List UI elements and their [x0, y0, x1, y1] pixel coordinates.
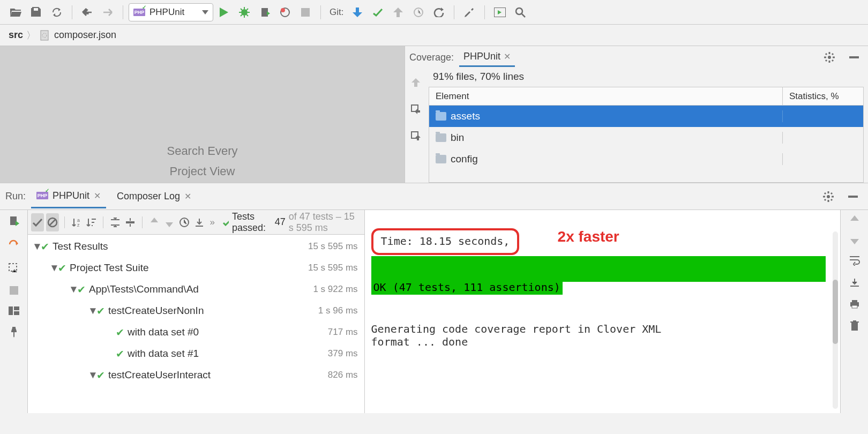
git-history-icon[interactable]	[409, 3, 428, 22]
import-tests-icon[interactable]	[193, 213, 206, 231]
breadcrumb-root[interactable]: src	[9, 29, 23, 41]
git-push-icon[interactable]	[388, 3, 408, 22]
results-tree[interactable]: ▼✔Test Results15 s 595 ms ▼✔Project Test…	[28, 235, 364, 413]
back-icon[interactable]	[78, 3, 97, 22]
tree-row[interactable]: ✔with data set #0717 ms	[28, 321, 364, 343]
svg-rect-16	[9, 264, 17, 271]
sort-duration-icon[interactable]	[85, 213, 98, 231]
ok-line: OK (47 tests, 111 assertions)	[371, 280, 563, 295]
coverage-row[interactable]: config	[429, 148, 863, 170]
pin-icon[interactable]	[9, 327, 19, 338]
clear-icon[interactable]	[850, 320, 859, 331]
tree-row[interactable]: ▼✔Test Results15 s 595 ms	[28, 236, 364, 257]
minimize-icon[interactable]	[844, 48, 864, 67]
git-commit-icon[interactable]	[368, 3, 387, 22]
coverage-table-header: Element Statistics, %	[429, 87, 863, 106]
forward-icon[interactable]	[98, 3, 117, 22]
svg-text:z: z	[77, 222, 80, 228]
console-right-gutter	[840, 210, 868, 413]
tree-row[interactable]: ▼✔Project Test Suite15 s 595 ms	[28, 257, 364, 279]
autoscroll-icon[interactable]	[406, 126, 425, 146]
chevron-down-icon[interactable]: ▼	[32, 241, 41, 252]
scroll-up-icon[interactable]	[850, 215, 859, 224]
coverage-gutter	[405, 69, 426, 183]
test-history-icon[interactable]	[178, 213, 191, 231]
scrollbar[interactable]	[833, 231, 838, 409]
coverage-tab[interactable]: PHPUnit ✕	[459, 48, 515, 67]
open-icon[interactable]	[6, 3, 26, 22]
svg-point-7	[516, 8, 522, 14]
debug-icon[interactable]	[235, 3, 254, 22]
collapse-all-icon[interactable]	[124, 213, 137, 231]
row-name: assets	[451, 110, 480, 122]
coverage-icon[interactable]	[255, 3, 274, 22]
close-icon[interactable]: ✕	[184, 191, 191, 201]
chevron-down-icon[interactable]: ▼	[88, 305, 96, 317]
run-config-label: PHPUnit	[149, 7, 184, 18]
run-label: Run:	[5, 191, 26, 202]
coverage-row[interactable]: bin	[429, 127, 863, 148]
scrollbar-thumb[interactable]	[833, 280, 838, 344]
save-all-icon[interactable]	[27, 3, 46, 22]
run-tab-label: PHPUnit	[53, 190, 89, 201]
refresh-icon[interactable]	[47, 3, 66, 22]
gear-icon[interactable]	[820, 48, 839, 67]
run-tab-phpunit[interactable]: PHP PHPUnit ✕	[31, 185, 106, 208]
run-tab-composer[interactable]: Composer Log ✕	[111, 185, 197, 207]
coverage-content: 91% files, 70% lines Element Statistics,…	[426, 69, 868, 183]
git-pull-icon[interactable]	[348, 3, 367, 22]
chevron-down-icon[interactable]: ▼	[69, 283, 77, 295]
prev-failed-icon[interactable]	[148, 213, 161, 231]
coverage-panel: Coverage: PHPUnit ✕ 91% files, 70% lines…	[405, 46, 868, 183]
soft-wrap-icon[interactable]	[849, 256, 860, 266]
tree-row[interactable]: ▼✔testCreateUserNonIn1 s 96 ms	[28, 300, 364, 321]
minimize-icon[interactable]	[843, 187, 863, 206]
close-icon[interactable]: ✕	[94, 191, 101, 201]
close-icon[interactable]: ✕	[504, 51, 511, 62]
layout-icon[interactable]	[9, 306, 19, 315]
rerun-failed-icon[interactable]	[8, 239, 20, 251]
more-icon[interactable]: »	[207, 217, 216, 228]
chevron-down-icon[interactable]: ▼	[49, 262, 58, 274]
col-statistics[interactable]: Statistics, %	[783, 87, 863, 105]
svg-rect-19	[14, 306, 19, 310]
col-element[interactable]: Element	[429, 87, 783, 105]
run-anything-icon[interactable]	[490, 3, 510, 22]
show-passed-icon[interactable]	[31, 213, 44, 231]
settings-icon[interactable]	[460, 3, 479, 22]
flatten-icon[interactable]	[406, 100, 425, 119]
tree-row[interactable]: ✔with data set #1379 ms	[28, 343, 364, 364]
print-icon[interactable]	[849, 299, 860, 309]
run-configuration-dropdown[interactable]: PHP PHPUnit	[129, 3, 213, 21]
folder-icon	[436, 155, 446, 163]
stop-icon[interactable]	[296, 3, 315, 22]
search-icon[interactable]	[511, 3, 530, 22]
expand-all-icon[interactable]	[109, 213, 122, 231]
tree-row[interactable]: ▼✔App\Tests\Command\Ad1 s 922 ms	[28, 279, 364, 300]
coverage-body: 91% files, 70% lines Element Statistics,…	[405, 69, 868, 183]
git-rollback-icon[interactable]	[429, 3, 448, 22]
rerun-coverage-icon[interactable]	[8, 215, 20, 227]
console-text: Generating code coverage report in Clove…	[371, 323, 662, 348]
stop-icon[interactable]	[10, 286, 18, 295]
breadcrumb: src 〉 composer.json	[0, 25, 868, 46]
run-icon[interactable]	[214, 3, 234, 22]
scroll-to-end-icon[interactable]	[849, 278, 860, 287]
sort-alpha-icon[interactable]: az	[70, 213, 83, 231]
breadcrumb-file[interactable]: composer.json	[54, 29, 116, 41]
gear-icon[interactable]	[819, 187, 838, 206]
chevron-down-icon[interactable]: ▼	[88, 369, 96, 381]
check-icon: ✔	[41, 241, 49, 253]
profile-icon[interactable]	[275, 3, 295, 22]
next-failed-icon[interactable]	[163, 213, 176, 231]
svg-point-14	[827, 195, 830, 198]
toggle-autotest-icon[interactable]	[8, 263, 20, 274]
up-icon[interactable]	[406, 73, 425, 92]
tree-row[interactable]: ▼✔testCreateUserInteract826 ms	[28, 364, 364, 386]
show-ignored-icon[interactable]	[46, 213, 59, 231]
coverage-table: Element Statistics, % assets bin config	[429, 87, 864, 183]
console-output[interactable]: Time: 18.15 seconds, 2x faster OK (47 te…	[365, 210, 840, 413]
scroll-down-icon[interactable]	[850, 236, 859, 244]
check-icon: ✔	[77, 283, 86, 296]
coverage-row[interactable]: assets	[429, 106, 863, 127]
